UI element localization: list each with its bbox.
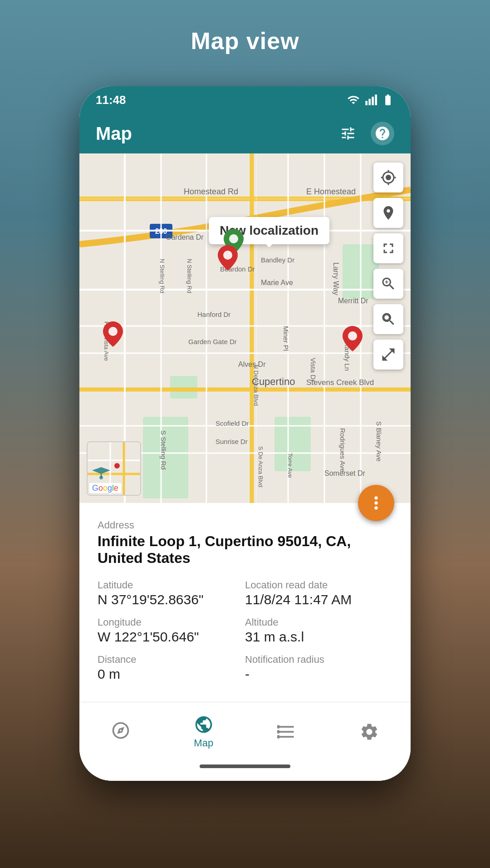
address-label: Address <box>98 519 392 531</box>
notification-radius-cell: Notification radius - <box>245 654 392 682</box>
battery-icon <box>382 94 394 106</box>
longitude-label: Longitude <box>98 616 245 628</box>
distance-label: Distance <box>98 654 245 666</box>
svg-rect-73 <box>277 730 280 733</box>
svg-text:S Blaney Ave: S Blaney Ave <box>375 421 383 462</box>
sliders-icon <box>340 125 356 142</box>
svg-text:Miner Pl: Miner Pl <box>282 326 290 351</box>
longitude-value: W 122°1'50.646" <box>98 629 245 645</box>
svg-rect-69 <box>279 726 294 728</box>
status-time: 11:48 <box>96 93 126 107</box>
zoom-in-button[interactable] <box>373 269 403 299</box>
svg-text:Somerset Dr: Somerset Dr <box>324 469 365 477</box>
svg-rect-1 <box>368 99 371 105</box>
map-area[interactable]: 280 Homestead Rd E Homestead <box>79 153 411 503</box>
svg-text:Stevens Creek Blvd: Stevens Creek Blvd <box>306 378 374 387</box>
fab-button[interactable] <box>358 485 394 521</box>
address-value: Infinite Loop 1, Cupertino 95014, CA, Un… <box>98 533 392 567</box>
fullscreen-button[interactable] <box>373 233 403 263</box>
svg-point-68 <box>99 476 103 479</box>
nav-item-list[interactable] <box>245 722 328 742</box>
list-icon <box>276 722 296 742</box>
svg-text:Scofield Dr: Scofield Dr <box>216 419 249 427</box>
pin-red-right[interactable] <box>343 326 363 353</box>
distance-cell: Distance 0 m <box>98 654 245 682</box>
help-button[interactable] <box>371 122 394 145</box>
compass-icon <box>111 720 131 740</box>
svg-point-58 <box>108 327 118 336</box>
filter-button[interactable] <box>336 122 360 145</box>
phone-frame: 11:48 Map <box>79 86 411 781</box>
svg-text:Marie Ave: Marie Ave <box>261 279 293 286</box>
distance-value: 0 m <box>98 666 245 682</box>
nav-item-settings[interactable] <box>328 722 411 742</box>
signal-icon <box>364 94 377 106</box>
svg-text:N Stelling Rd: N Stelling Rd <box>159 259 166 293</box>
latitude-label: Latitude <box>98 579 245 591</box>
nav-item-map[interactable]: Map <box>162 715 245 749</box>
svg-rect-0 <box>365 101 368 105</box>
info-panel: Address Infinite Loop 1, Cupertino 95014… <box>79 503 411 702</box>
svg-rect-72 <box>277 725 280 728</box>
home-indicator <box>200 764 290 768</box>
location-read-date-cell: Location read date 11/8/24 11:47 AM <box>245 579 392 607</box>
info-grid: Latitude N 37°19'52.8636" Location read … <box>98 579 392 691</box>
longitude-cell: Longitude W 122°1'50.646" <box>98 616 245 645</box>
svg-rect-74 <box>277 735 280 738</box>
app-bar: Map <box>79 113 411 153</box>
svg-text:Homestead Rd: Homestead Rd <box>184 187 238 196</box>
svg-text:Gardena Dr: Gardena Dr <box>166 233 204 241</box>
expand-button[interactable] <box>373 340 403 370</box>
svg-rect-2 <box>372 97 374 105</box>
nav-item-compass[interactable] <box>79 720 162 743</box>
app-bar-title: Map <box>96 123 132 144</box>
circle-search-button[interactable] <box>373 304 403 334</box>
svg-text:N De Anza Blvd: N De Anza Blvd <box>253 365 260 406</box>
svg-text:N Stelling Rd: N Stelling Rd <box>186 259 193 293</box>
app-bar-actions <box>336 122 394 145</box>
svg-text:S De Anza Blvd: S De Anza Blvd <box>257 446 264 487</box>
latitude-cell: Latitude N 37°19'52.8636" <box>98 579 245 607</box>
svg-point-59 <box>348 331 357 340</box>
svg-point-60 <box>384 315 389 320</box>
map-thumbnail[interactable]: Google <box>87 441 141 496</box>
svg-rect-70 <box>279 731 294 733</box>
locate-button[interactable] <box>373 163 403 192</box>
map-nav-label: Map <box>194 737 213 749</box>
svg-rect-3 <box>375 94 377 105</box>
svg-text:Rodrigues Ave: Rodrigues Ave <box>339 428 347 472</box>
svg-point-57 <box>223 251 232 260</box>
svg-text:Torre Ave: Torre Ave <box>287 453 294 478</box>
svg-text:S Stelling Rd: S Stelling Rd <box>160 430 167 470</box>
altitude-label: Altitude <box>245 616 392 628</box>
bottom-nav: Map <box>79 702 411 761</box>
notification-radius-value: - <box>245 666 392 682</box>
location-read-date-label: Location read date <box>245 579 392 591</box>
page-title: Map view <box>0 27 490 54</box>
map-controls <box>373 163 403 370</box>
pin-red-main[interactable] <box>218 245 238 272</box>
pin-red-left[interactable] <box>103 321 123 349</box>
svg-text:Hanford Dr: Hanford Dr <box>197 311 230 318</box>
svg-text:Merritt Dr: Merritt Dr <box>338 297 368 305</box>
svg-text:Sunrise Dr: Sunrise Dr <box>216 438 248 445</box>
status-icons <box>347 94 394 106</box>
help-icon <box>374 125 391 142</box>
altitude-cell: Altitude 31 m a.s.l <box>245 616 392 645</box>
pin-button[interactable] <box>373 198 403 228</box>
altitude-value: 31 m a.s.l <box>245 629 392 645</box>
status-bar: 11:48 <box>79 86 411 113</box>
dots-vertical-icon <box>366 493 386 513</box>
svg-point-56 <box>229 234 238 243</box>
latitude-value: N 37°19'52.8636" <box>98 592 245 607</box>
svg-text:E Homestead: E Homestead <box>306 187 356 196</box>
svg-point-66 <box>114 463 120 469</box>
settings-icon <box>359 722 379 742</box>
svg-rect-71 <box>279 736 294 738</box>
globe-icon <box>194 715 214 735</box>
location-read-date-value: 11/8/24 11:47 AM <box>245 592 392 607</box>
wifi-icon <box>347 94 360 106</box>
svg-text:Alves Dr: Alves Dr <box>238 360 266 368</box>
svg-text:Bandley Dr: Bandley Dr <box>261 256 294 264</box>
svg-text:Larry Way: Larry Way <box>332 262 340 295</box>
